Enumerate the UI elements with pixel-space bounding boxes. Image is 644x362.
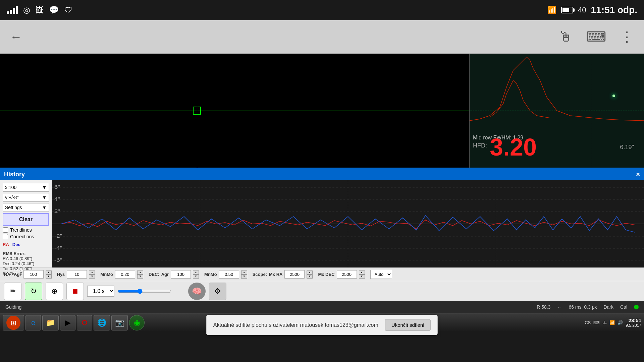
explorer-button[interactable]: 📁 <box>42 315 59 330</box>
corrections-label: Corrections <box>10 234 34 239</box>
svg-text:-6": -6" <box>54 257 62 263</box>
chat-icon: 💬 <box>49 5 59 15</box>
status-bar: ◎ 🖼 💬 🛡 📶 40 11:51 odp. <box>0 0 644 20</box>
star-crosshair-h <box>470 111 644 111</box>
scope-label: Scope: <box>253 272 267 277</box>
agr-ra-spinner[interactable]: ▲▼ <box>46 270 52 279</box>
share-text: Aktuálně sdílíte plochu s uživatelem mat… <box>213 322 378 328</box>
mnmo-ra-group: MnMo ▲▼ <box>100 270 143 279</box>
mx-dec-group: Mx DEC ▲▼ <box>318 270 365 279</box>
agr-dec-spinner[interactable]: ▲▼ <box>193 270 199 279</box>
keyboard-tray-icon: ⌨ <box>593 320 600 325</box>
image-icon: 🖼 <box>36 5 44 15</box>
crosshair-button[interactable]: ⊕ <box>46 283 63 300</box>
star-crosshair-v <box>592 54 592 168</box>
dec-label: Dec <box>12 242 20 247</box>
ra-dec-labels: RA Dec <box>3 242 49 247</box>
mnmo-dec-input[interactable] <box>219 270 239 279</box>
ra-group: RA: Agr ▲▼ <box>4 270 52 279</box>
hfd-value: 3.20 <box>490 133 537 161</box>
mx-dec-spinner[interactable]: ▲▼ <box>359 270 365 279</box>
app-header-left: ← <box>10 30 22 44</box>
history-close-button[interactable]: × <box>636 171 640 178</box>
ie-button[interactable]: e <box>25 315 41 330</box>
tray-clock: 23:51 9.5.2017 <box>626 317 641 328</box>
corrections-checkbox-container: Corrections <box>3 234 49 239</box>
settings-select[interactable]: Settings▼ <box>3 203 49 212</box>
trendlines-checkbox[interactable] <box>3 227 8 233</box>
app-header-right: 🖱 ⌨ ⋮ <box>558 28 634 45</box>
mx-dec-input[interactable] <box>337 270 357 279</box>
agr-dec-label: Agr <box>161 272 169 277</box>
hys-label: Hys <box>57 272 65 277</box>
taskbar-right: CS ⌨ 🖧 📶 🔊 23:51 9.5.2017 <box>585 317 641 328</box>
svg-text:4": 4" <box>54 196 60 202</box>
refresh-button[interactable]: ↻ <box>25 283 42 300</box>
share-notification: Aktuálně sdílíte plochu s uživatelem mat… <box>206 315 438 335</box>
trendlines-label: Trendlines <box>10 227 32 233</box>
back-button[interactable]: ← <box>10 30 22 44</box>
crosshair-horizontal <box>0 111 469 111</box>
mx-ra-spinner[interactable]: ▲▼ <box>307 270 313 279</box>
screen: ◎ 🖼 💬 🛡 📶 40 11:51 odp. ← 🖱 ⌨ ⋮ <box>0 0 644 362</box>
ra-label-ctrl: RA: <box>4 272 12 277</box>
app-header: ← 🖱 ⌨ ⋮ <box>0 20 644 54</box>
hys-spinner[interactable]: ▲▼ <box>89 270 95 279</box>
app1-button[interactable]: 📷 <box>111 315 128 330</box>
arrow-label: ← <box>557 304 562 310</box>
pencil-button[interactable]: ✏ <box>4 283 21 300</box>
mnmo-ra-input[interactable] <box>115 270 135 279</box>
speaker-tray-icon: 🔊 <box>618 320 623 325</box>
corrections-checkbox[interactable] <box>3 234 8 239</box>
app2-button[interactable]: ◉ <box>129 315 145 330</box>
auto-select[interactable]: Auto <box>370 270 392 279</box>
clock-time: 11:51 odp. <box>591 5 638 15</box>
network-tray-icon: 🖧 <box>602 320 607 325</box>
brain-icon[interactable]: 🧠 <box>188 283 206 300</box>
hys-input[interactable] <box>67 270 87 279</box>
crosshair-box <box>193 107 201 115</box>
right-star-panel: Mid row FWHM: 1.29 HFD: 3.20 6.19" <box>470 54 644 168</box>
svg-text:-2": -2" <box>54 233 62 239</box>
mouse-icon[interactable]: 🖱 <box>558 29 573 45</box>
start-button[interactable]: ⊞ <box>3 315 24 330</box>
main-content: Mid row FWHM: 1.29 HFD: 3.20 6.19" <box>0 54 644 168</box>
chrome-button[interactable]: 🌐 <box>94 315 110 330</box>
mnmo-ra-spinner[interactable]: ▲▼ <box>137 270 143 279</box>
exposure-slider[interactable] <box>118 289 171 294</box>
clock-time-display: 23:51 <box>626 317 641 323</box>
agr-ra-input[interactable] <box>23 270 44 279</box>
mnmo-dec-spinner[interactable]: ▲▼ <box>241 270 247 279</box>
x-scale-select[interactable]: x:100▼ <box>3 183 49 192</box>
cal-label: Cal <box>620 304 627 310</box>
mnmo-ra-label: MnMo <box>100 272 113 277</box>
battery-icon <box>561 7 573 13</box>
mnmo-dec-label: MnMo <box>204 272 217 277</box>
rms-dec-line: Dec 0.24 (0.46") <box>3 261 49 266</box>
settings-tool-button[interactable]: ⚙ <box>209 283 226 300</box>
more-icon[interactable]: ⋮ <box>620 28 634 45</box>
keyboard-icon[interactable]: ⌨ <box>586 28 606 45</box>
hfd-prefix-label: HFD: <box>473 142 487 149</box>
y-scale-select[interactable]: y:+/-8"▼ <box>3 193 49 202</box>
clear-button[interactable]: Clear <box>3 213 49 226</box>
time-select[interactable]: 1.0 s <box>87 286 114 297</box>
history-titlebar: History × <box>0 169 644 180</box>
dec-ctrl-label: DEC: <box>149 272 159 277</box>
media-button[interactable]: ▶ <box>60 315 75 330</box>
r-value: R 58.3 <box>537 304 550 310</box>
stop-button[interactable]: ⏹ <box>66 283 84 300</box>
hfd-secondary: 6.19" <box>620 144 634 151</box>
mx-ra-input[interactable] <box>284 270 305 279</box>
mx-dec-label: Mx DEC <box>318 272 334 277</box>
opera-button[interactable]: O <box>77 315 92 330</box>
share-stop-button[interactable]: Ukončit sdílení <box>385 319 431 331</box>
battery-level: 40 <box>578 6 586 14</box>
windows-logo: ⊞ <box>6 316 20 330</box>
agr-dec-input[interactable] <box>171 270 191 279</box>
mnmo-dec-group: MnMo ▲▼ <box>204 270 247 279</box>
rms-ra-line: RA 0.46 (0.89") <box>3 256 49 261</box>
toolbar: ✏ ↻ ⊕ ⏹ 1.0 s 🧠 ⚙ <box>0 281 644 301</box>
dec-group: DEC: Agr ▲▼ <box>149 270 199 279</box>
dark-label: Dark <box>603 304 613 310</box>
